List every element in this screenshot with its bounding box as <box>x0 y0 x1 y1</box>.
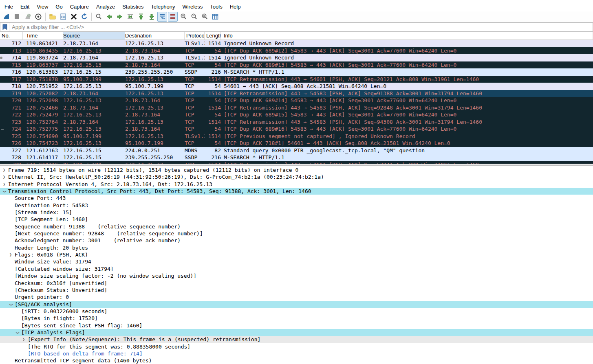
column-header-protocol[interactable]: Protocol <box>185 32 205 39</box>
display-filter-input[interactable] <box>9 23 593 31</box>
column-header-info[interactable]: Info <box>221 32 593 39</box>
filter-bookmark-icon[interactable] <box>0 23 9 31</box>
packet-cell-info: [TCP Retransmission] 443 → 54601 [PSH, A… <box>221 76 593 83</box>
detail-line[interactable]: [Bytes sent since last PSH flag: 1460] <box>0 322 593 329</box>
colorize-icon[interactable] <box>168 12 178 22</box>
detail-line[interactable]: ❯Ethernet II, Src: HewlettP_50:26:19 (44… <box>0 173 593 180</box>
detail-line[interactable]: [Stream index: 15] <box>0 209 593 216</box>
reload-file-icon[interactable] <box>79 12 89 22</box>
packet-row-729[interactable]: 729121.66021695.100.7.199172.16.25.13TCP… <box>0 161 593 164</box>
packet-row-724[interactable]: 724120.752775172.16.25.132.18.73.164TCP5… <box>0 125 593 133</box>
zoom-out-icon[interactable] <box>189 12 199 22</box>
save-file-icon[interactable]: 010 <box>58 12 68 22</box>
detail-line[interactable]: [Calculated window size: 31794] <box>0 265 593 272</box>
detail-line-text: [Expert Info (Note/Sequence): This frame… <box>28 336 260 342</box>
packet-row-717[interactable]: 717120.75187895.100.7.199172.16.25.13TCP… <box>0 76 593 83</box>
menu-item-go[interactable]: Go <box>52 3 66 11</box>
detail-line[interactable]: ❯Transmission Control Protocol, Src Port… <box>0 188 593 195</box>
collapse-toggle-icon[interactable]: ❯ <box>14 330 21 335</box>
packet-row-721[interactable]: 721120.7524662.18.73.164172.16.25.13TCP1… <box>0 104 593 112</box>
packet-row-716[interactable]: 716120.613383172.16.25.15239.255.255.250… <box>0 68 593 76</box>
packet-cell-no: 718 <box>0 83 23 90</box>
packet-row-720[interactable]: 720120.752098172.16.25.132.18.73.164TCP5… <box>0 97 593 104</box>
zoom-reset-icon[interactable] <box>200 12 209 22</box>
open-file-icon[interactable] <box>48 12 57 22</box>
stop-capture-icon[interactable] <box>12 12 22 22</box>
go-first-icon[interactable] <box>136 12 146 22</box>
packet-cell-src: 2.18.73.164 <box>63 90 125 97</box>
close-file-icon[interactable] <box>69 12 79 22</box>
menu-item-tools[interactable]: Tools <box>206 3 226 11</box>
detail-line[interactable]: ❯Frame 719: 1514 bytes on wire (12112 bi… <box>0 167 593 173</box>
packet-row-715[interactable]: 715119.863737172.16.25.132.18.73.164TCP5… <box>0 61 593 69</box>
resize-columns-icon[interactable] <box>210 12 220 22</box>
packet-row-713[interactable]: 713119.863435172.16.25.132.18.73.164TCP5… <box>0 47 593 55</box>
detail-line[interactable]: ❯Flags: 0x018 (PSH, ACK) <box>0 251 593 258</box>
packet-cell-dst: 172.16.25.13 <box>125 161 185 164</box>
column-header-destination[interactable]: Destination <box>125 32 185 39</box>
detail-line[interactable]: [Bytes in flight: 17520] <box>0 315 593 322</box>
detail-line[interactable]: Window size value: 31794 <box>0 258 593 265</box>
detail-line[interactable]: Urgent pointer: 0 <box>0 294 593 300</box>
detail-line[interactable]: [Window size scaling factor: -2 (no wind… <box>0 272 593 279</box>
expand-toggle-icon[interactable]: ❯ <box>8 251 13 258</box>
detail-line[interactable]: [RTO based on delta from frame: 714] <box>0 350 593 357</box>
menu-item-statistics[interactable]: Statistics <box>119 3 147 11</box>
packet-row-727[interactable]: 727121.612163172.16.25.15224.0.0.251MDNS… <box>0 147 593 154</box>
packet-row-712[interactable]: 712119.8634212.18.73.164172.16.25.13TLSv… <box>0 40 593 47</box>
packet-cell-len: 82 <box>205 147 221 154</box>
menu-item-view[interactable]: View <box>33 3 52 11</box>
packet-row-726[interactable]: 726120.754723172.16.25.1395.100.7.199TCP… <box>0 140 593 147</box>
menu-item-file[interactable]: File <box>1 3 17 11</box>
detail-line[interactable]: [Checksum Status: Unverified] <box>0 287 593 294</box>
go-to-packet-icon[interactable] <box>126 12 135 22</box>
restart-capture-icon[interactable] <box>23 12 33 22</box>
expand-toggle-icon[interactable]: ❯ <box>1 173 7 180</box>
column-header-time[interactable]: Time <box>23 32 63 39</box>
menu-item-capture[interactable]: Capture <box>66 3 93 11</box>
detail-line[interactable]: [iRTT: 0.003226000 seconds] <box>0 308 593 315</box>
detail-line[interactable]: Destination Port: 54583 <box>0 202 593 209</box>
expand-toggle-icon[interactable]: ❯ <box>21 336 26 343</box>
start-capture-icon[interactable] <box>2 12 11 22</box>
collapse-toggle-icon[interactable]: ❯ <box>7 302 14 307</box>
collapse-toggle-icon[interactable]: ❯ <box>1 189 8 195</box>
menu-item-telephony[interactable]: Telephony <box>147 3 179 11</box>
packet-row-714[interactable]: 714119.8637242.18.73.164172.16.25.13TLSv… <box>0 54 593 61</box>
detail-line[interactable]: ❯[TCP Analysis Flags] <box>0 329 593 336</box>
packet-row-723[interactable]: 723120.7527642.18.73.164172.16.25.13TCP1… <box>0 118 593 126</box>
zoom-in-icon[interactable] <box>179 12 188 22</box>
menu-item-edit[interactable]: Edit <box>17 3 33 11</box>
go-back-icon[interactable] <box>104 12 114 22</box>
expand-toggle-icon[interactable]: ❯ <box>1 181 7 188</box>
detail-line[interactable]: [The RTO for this segment was: 0.8883580… <box>0 343 593 350</box>
detail-line[interactable]: [Next sequence number: 92848 (relative s… <box>0 230 593 237</box>
find-packet-icon[interactable] <box>94 12 104 22</box>
capture-options-icon[interactable] <box>33 12 43 22</box>
menu-item-wireless[interactable]: Wireless <box>179 3 206 11</box>
detail-line[interactable]: ❯Internet Protocol Version 4, Src: 2.18.… <box>0 181 593 188</box>
detail-line[interactable]: Retransmitted TCP segment data (1460 byt… <box>0 357 593 364</box>
go-forward-icon[interactable] <box>115 12 125 22</box>
auto-scroll-icon[interactable] <box>157 12 167 22</box>
packet-row-719[interactable]: 719120.7520822.18.73.164172.16.25.13TCP1… <box>0 90 593 97</box>
menu-item-analyze[interactable]: Analyze <box>93 3 119 11</box>
detail-line[interactable]: Source Port: 443 <box>0 195 593 202</box>
expand-toggle-icon[interactable]: ❯ <box>1 167 7 173</box>
detail-line[interactable]: Sequence number: 91388 (relative sequenc… <box>0 223 593 230</box>
packet-row-725[interactable]: 725120.75469095.100.7.199172.16.25.13TLS… <box>0 133 593 140</box>
detail-line[interactable]: Acknowledgment number: 3001 (relative ac… <box>0 237 593 244</box>
go-last-icon[interactable] <box>147 12 157 22</box>
menu-item-help[interactable]: Help <box>226 3 245 11</box>
packet-row-728[interactable]: 728121.614117172.16.25.15239.255.255.250… <box>0 154 593 161</box>
detail-line[interactable]: ❯[SEQ/ACK analysis] <box>0 301 593 308</box>
packet-row-722[interactable]: 722120.752479172.16.25.132.18.73.164TCP5… <box>0 111 593 118</box>
column-header-no[interactable]: No. <box>0 32 23 39</box>
detail-line[interactable]: Checksum: 0x316f [unverified] <box>0 280 593 287</box>
detail-line[interactable]: ❯[Expert Info (Note/Sequence): This fram… <box>0 336 593 343</box>
detail-line[interactable]: Header Length: 20 bytes <box>0 244 593 251</box>
packet-row-718[interactable]: 718120.751952172.16.25.1395.100.7.199TCP… <box>0 83 593 90</box>
column-header-source[interactable]: Source <box>63 32 125 39</box>
detail-line[interactable]: [TCP Segment Len: 1460] <box>0 216 593 223</box>
column-header-length[interactable]: Length <box>205 32 221 39</box>
